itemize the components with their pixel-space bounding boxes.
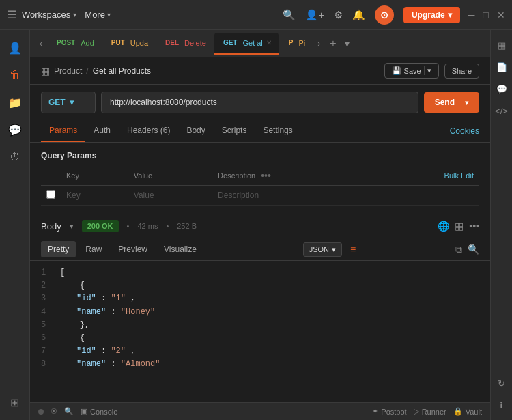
tab-label-put: Upda (130, 39, 148, 47)
row-key-cell[interactable]: Key (61, 186, 128, 206)
search-icon[interactable]: 🔍 (283, 9, 296, 21)
tab-delete[interactable]: DEL Delete (156, 33, 213, 55)
settings-icon[interactable]: ⚙ (334, 9, 343, 21)
tab-get-all[interactable]: GET Get al ✕ (214, 33, 279, 55)
table-row: Key Value Description (41, 186, 479, 206)
resp-tab-pretty[interactable]: Pretty (41, 241, 76, 257)
response-separator-dot2: • (166, 222, 169, 230)
body-label: Body (41, 221, 61, 232)
resp-tab-visualize[interactable]: Visualize (157, 241, 203, 257)
hamburger-icon[interactable]: ☰ (7, 8, 16, 21)
response-more-icon[interactable]: ••• (469, 221, 479, 232)
tab-post-add[interactable]: POST Add (48, 33, 101, 55)
tab-method-put: PUT (109, 38, 127, 47)
status-postbot[interactable]: ✦ Postbot (372, 407, 406, 416)
tab-label-get: Get al (242, 39, 262, 47)
breadcrumb-bar: ▦ Product / Get all Products 💾 Save ▾ Sh… (30, 57, 490, 85)
format-chevron-icon: ▾ (332, 245, 336, 254)
url-bar: GET ▾ Send ▾ (30, 85, 490, 120)
breadcrumb-current: Get all Products (93, 66, 151, 76)
query-params-section: Query Params Key Value Description ••• (30, 143, 490, 214)
right-icon-info[interactable]: ℹ (492, 395, 511, 415)
status-console[interactable]: ▣ Console (81, 407, 117, 416)
sidebar-icon-comment[interactable]: 💬 (3, 117, 27, 142)
content-area: ‹ POST Add PUT Upda DEL Delete GET Get a… (30, 30, 490, 420)
tab-nav-prev[interactable]: ‹ (35, 36, 46, 51)
save-icon: 💾 (392, 66, 401, 75)
code-line-6: 6 { (41, 332, 479, 345)
req-tab-auth[interactable]: Auth (85, 120, 119, 142)
workspace-selector[interactable]: Workspaces ▾ (22, 10, 76, 20)
response-section: Body ▾ 200 OK • 42 ms • 252 B 🌐 ▦ ••• Pr… (30, 214, 490, 402)
save-button[interactable]: 💾 Save ▾ (384, 63, 439, 79)
tab-more-button[interactable]: ▾ (342, 38, 352, 49)
filter-icon[interactable]: ≡ (350, 244, 356, 255)
tab-put-update[interactable]: PUT Upda (102, 33, 155, 55)
bell-icon[interactable]: 🔔 (352, 9, 365, 21)
sidebar-icon-folder[interactable]: 📁 (3, 90, 27, 115)
vault-icon: 🔒 (453, 407, 463, 416)
method-select[interactable]: GET ▾ (41, 92, 96, 113)
right-icon-doc[interactable]: 📄 (492, 57, 511, 76)
sidebar-icon-person[interactable]: 👤 (3, 36, 27, 60)
params-table: Key Value Description ••• Bulk Edit (41, 166, 479, 206)
right-icon-code[interactable]: </> (492, 101, 511, 120)
row-checkbox[interactable] (46, 190, 55, 199)
right-icon-table[interactable]: ▦ (492, 36, 511, 55)
status-search-icon[interactable]: 🔍 (64, 407, 74, 416)
req-tab-params[interactable]: Params (41, 120, 85, 142)
share-button[interactable]: Share (444, 64, 479, 79)
response-time: 42 ms (137, 222, 158, 230)
row-value-cell[interactable]: Value (128, 186, 212, 206)
req-tab-body[interactable]: Body (178, 120, 213, 142)
status-dot-indicator (38, 409, 44, 415)
tab-add-button[interactable]: + (326, 38, 340, 50)
status-runner[interactable]: ▷ Runner (414, 407, 446, 416)
add-user-icon[interactable]: 👤+ (305, 9, 324, 21)
minimize-icon[interactable]: ─ (468, 10, 475, 20)
code-line-4: 4 "name" : "Honey" (41, 306, 479, 319)
sidebar-icon-history[interactable]: ⏱ (3, 145, 27, 169)
right-icon-refresh[interactable]: ↻ (492, 374, 511, 393)
table-icon[interactable]: ▦ (455, 221, 464, 232)
workspace-label: Workspaces (22, 10, 70, 20)
postman-logo: ⊙ (375, 5, 394, 25)
tab-pi[interactable]: P Pi (280, 33, 312, 55)
tab-nav-next[interactable]: › (313, 36, 324, 51)
cookies-button[interactable]: Cookies (450, 126, 479, 136)
search-response-icon[interactable]: 🔍 (468, 244, 479, 255)
upgrade-button[interactable]: Upgrade ▾ (403, 7, 460, 23)
globe-icon[interactable]: 🌐 (438, 221, 449, 232)
send-button[interactable]: Send ▾ (424, 92, 479, 113)
status-bar: ☉ 🔍 ▣ Console ✦ Postbot ▷ Runner 🔒 (30, 402, 490, 420)
more-label: More (85, 10, 105, 20)
resp-tab-raw[interactable]: Raw (79, 241, 109, 257)
req-tab-scripts[interactable]: Scripts (214, 120, 255, 142)
send-dropdown-icon[interactable]: ▾ (459, 99, 468, 107)
req-tab-settings[interactable]: Settings (255, 120, 300, 142)
tab-bar: ‹ POST Add PUT Upda DEL Delete GET Get a… (30, 30, 490, 57)
more-chevron-icon: ▾ (107, 11, 111, 18)
sidebar-icon-grid[interactable]: ⊞ (3, 390, 27, 415)
resp-tab-preview[interactable]: Preview (111, 241, 154, 257)
save-dropdown-chevron[interactable]: ▾ (424, 66, 431, 75)
row-checkbox-col (41, 186, 61, 206)
req-tab-headers[interactable]: Headers (6) (119, 120, 178, 142)
tab-close-icon[interactable]: ✕ (266, 39, 272, 46)
copy-icon[interactable]: ⧉ (455, 244, 462, 255)
format-select[interactable]: JSON ▾ (303, 242, 342, 257)
bulk-edit-button[interactable]: Bulk Edit (444, 171, 474, 180)
sidebar-icon-trash[interactable]: 🗑 (3, 63, 27, 87)
body-chevron-icon[interactable]: ▾ (70, 222, 74, 231)
format-label: JSON (309, 245, 329, 253)
code-line-8: 8 "name" : "Almond" (41, 358, 479, 371)
url-input[interactable] (101, 92, 418, 113)
status-vault[interactable]: 🔒 Vault (453, 407, 482, 416)
status-cookie-icon[interactable]: ☉ (51, 407, 57, 416)
maximize-icon[interactable]: □ (483, 10, 489, 20)
row-desc-cell[interactable]: Description (212, 186, 479, 206)
desc-options-icon[interactable]: ••• (261, 170, 271, 181)
more-button[interactable]: More ▾ (85, 10, 111, 20)
close-icon[interactable]: ✕ (497, 10, 505, 20)
right-icon-comment[interactable]: 💬 (492, 79, 511, 98)
